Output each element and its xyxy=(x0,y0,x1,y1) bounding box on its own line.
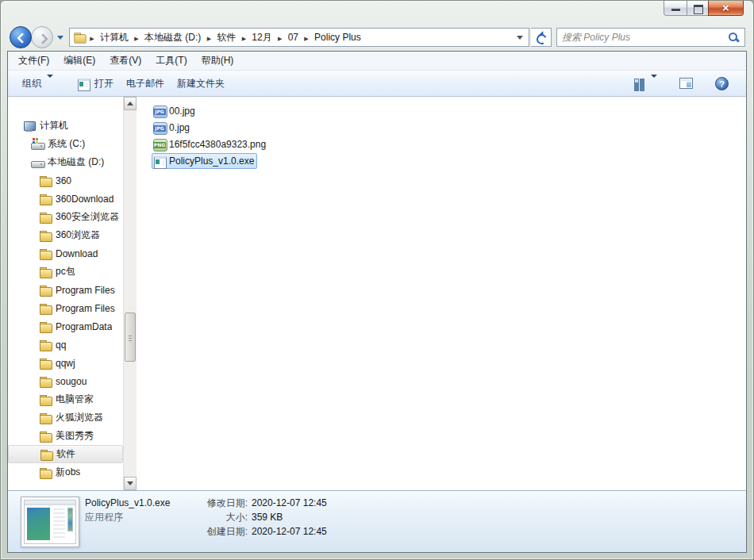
sidebar-item[interactable]: pc包 xyxy=(8,263,123,281)
search-icon[interactable] xyxy=(728,32,740,44)
sidebar-item[interactable]: 火狐浏览器 xyxy=(8,408,123,427)
sidebar-item-label: Program Files xyxy=(56,303,115,314)
views-icon xyxy=(633,78,645,90)
help-button[interactable] xyxy=(709,73,735,94)
close-button[interactable] xyxy=(708,1,744,16)
sidebar-item[interactable]: Download xyxy=(8,244,123,263)
forward-button[interactable] xyxy=(31,26,53,48)
sidebar-scrollbar[interactable] xyxy=(123,97,137,490)
detail-value: 359 KB xyxy=(252,510,327,524)
file-name: 16f5fcc4380a9323.png xyxy=(169,139,266,150)
change-view-button[interactable] xyxy=(627,74,664,94)
explorer-window: 计算机 本地磁盘 (D:) 软件 12月 xyxy=(0,0,754,560)
sidebar-item[interactable]: 360安全浏览器 xyxy=(8,208,123,226)
breadcrumb-item[interactable]: 12月 xyxy=(239,29,275,46)
email-button[interactable]: 电子邮件 xyxy=(120,73,171,94)
sidebar-item[interactable]: 美图秀秀 xyxy=(8,427,123,445)
menu-item[interactable]: 工具(T) xyxy=(148,52,194,70)
preview-pane-button[interactable] xyxy=(673,74,699,93)
sidebar-item[interactable]: 软件 xyxy=(8,445,123,463)
breadcrumb-item-label: 12月 xyxy=(248,29,275,46)
sidebar-item[interactable]: 360Download xyxy=(8,190,123,208)
breadcrumb-item[interactable]: 07 xyxy=(275,30,302,44)
sidebar-item[interactable]: 计算机 xyxy=(8,117,123,135)
breadcrumb-item-label: Policy Plus xyxy=(311,30,364,44)
email-label: 电子邮件 xyxy=(126,77,164,90)
window-controls xyxy=(664,1,744,16)
scrollbar-thumb[interactable] xyxy=(125,313,136,362)
sidebar-item[interactable]: 本地磁盘 (D:) xyxy=(8,153,123,171)
sidebar-item-label: pc包 xyxy=(56,265,75,278)
maximize-button[interactable] xyxy=(687,1,709,16)
file-item[interactable]: 16f5fcc4380a9323.png xyxy=(152,136,746,152)
refresh-button[interactable] xyxy=(531,28,552,47)
folder-icon xyxy=(39,211,52,224)
menu-item[interactable]: 帮助(H) xyxy=(194,52,241,70)
folder-icon xyxy=(39,247,52,260)
sidebar-item[interactable]: 360 xyxy=(8,171,123,190)
file-item[interactable]: 00.jpg xyxy=(152,102,746,119)
scroll-down-icon[interactable] xyxy=(124,477,137,490)
refresh-icon xyxy=(536,33,546,43)
breadcrumb-item[interactable]: 计算机 xyxy=(87,29,132,46)
sidebar-item-label: ProgramData xyxy=(56,321,112,332)
details-pane: PolicyPlus_v1.0.exe 应用程序 修改日期: 2020-12-0… xyxy=(8,490,746,552)
sidebar-item[interactable]: 电脑管家 xyxy=(8,390,123,408)
drive-icon xyxy=(31,156,44,169)
search-input[interactable] xyxy=(562,32,728,43)
sidebar-item-label: sougou xyxy=(56,376,87,387)
sidebar-item[interactable]: Program Files xyxy=(8,299,123,317)
sidebar-item[interactable]: 新obs xyxy=(8,463,123,481)
chevron-down-icon xyxy=(45,78,53,89)
search-box xyxy=(556,28,745,47)
breadcrumb-arrow-icon xyxy=(132,32,141,43)
menu-item[interactable]: 编辑(E) xyxy=(56,52,102,70)
back-button[interactable] xyxy=(10,26,32,48)
folder-icon xyxy=(39,302,52,315)
sidebar-item[interactable]: 系统 (C:) xyxy=(8,135,123,153)
folder-icon xyxy=(39,284,52,297)
breadcrumb-arrow-icon xyxy=(239,32,248,43)
breadcrumb-item[interactable]: 软件 xyxy=(204,29,239,46)
folder-icon xyxy=(39,229,52,242)
file-item[interactable]: PolicyPlus_v1.0.exe xyxy=(152,152,746,169)
folder-icon xyxy=(73,31,86,43)
chevron-down-icon xyxy=(649,78,657,89)
menu-item[interactable]: 文件(F) xyxy=(11,52,56,70)
breadcrumb-item[interactable]: 本地磁盘 (D:) xyxy=(132,29,204,46)
navigation-bar: 计算机 本地磁盘 (D:) 软件 12月 xyxy=(7,25,747,50)
sidebar-item[interactable]: sougou xyxy=(8,372,123,390)
sidebar-item[interactable]: ProgramData xyxy=(8,317,123,336)
breadcrumb-item[interactable]: Policy Plus xyxy=(302,30,364,44)
recent-pages-chevron-icon[interactable] xyxy=(57,36,63,43)
sidebar-item[interactable]: qqwj xyxy=(8,354,123,372)
sidebar-item[interactable]: Program Files xyxy=(8,281,123,299)
detail-label: 创建日期: xyxy=(190,524,248,539)
sidebar-item[interactable]: 360浏览器 xyxy=(8,226,123,244)
file-name: PolicyPlus_v1.0.exe xyxy=(169,155,254,167)
address-bar[interactable]: 计算机 本地磁盘 (D:) 软件 12月 xyxy=(69,28,529,47)
sidebar-item-label: 360 xyxy=(56,175,71,186)
organize-button[interactable]: 组织 xyxy=(16,73,60,94)
sidebar-item-label: 360安全浏览器 xyxy=(56,210,119,224)
scroll-up-icon[interactable] xyxy=(124,97,137,110)
folder-icon xyxy=(39,339,52,351)
menu-bar: 文件(F) 编辑(E) 查看(V) 工具(T) 帮助(H) xyxy=(8,52,746,71)
png-icon xyxy=(153,138,167,151)
detail-label: 大小: xyxy=(190,510,248,524)
sidebar-item-label: qqwj xyxy=(56,358,75,369)
address-dropdown-icon[interactable] xyxy=(514,29,525,46)
folder-icon xyxy=(39,266,52,278)
breadcrumb: 计算机 本地磁盘 (D:) 软件 12月 xyxy=(87,29,364,46)
sidebar-item-label: 电脑管家 xyxy=(56,393,94,406)
sidebar-item[interactable]: qq xyxy=(8,336,123,354)
computer-icon xyxy=(23,120,37,132)
breadcrumb-item-label: 本地磁盘 (D:) xyxy=(141,29,204,46)
exe-icon xyxy=(153,155,167,167)
new-folder-button[interactable]: 新建文件夹 xyxy=(171,73,231,94)
file-item[interactable]: 0.jpg xyxy=(152,119,746,136)
minimize-button[interactable] xyxy=(664,1,687,16)
sidebar-item-label: 软件 xyxy=(56,447,75,461)
menu-item[interactable]: 查看(V) xyxy=(102,52,148,70)
open-button[interactable]: 打开 xyxy=(71,73,120,94)
